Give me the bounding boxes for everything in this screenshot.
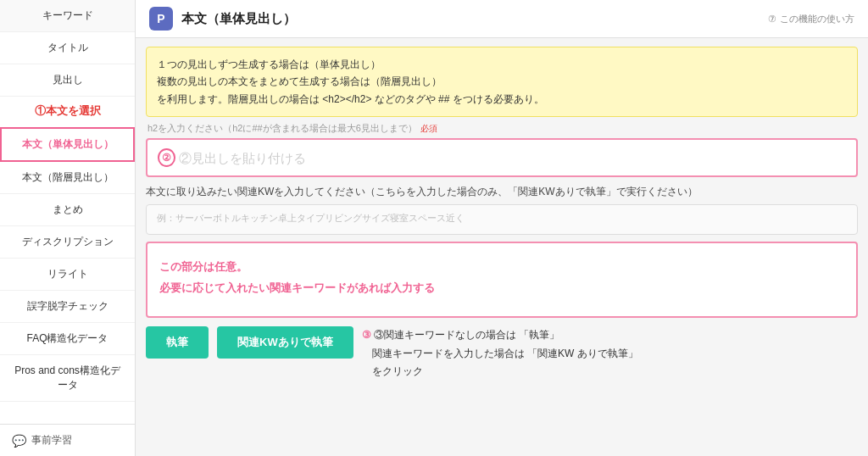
- step3-circle: ③: [362, 329, 371, 341]
- optional-line2: 必要に応じて入れたい関連キーワードがあれば入力する: [159, 278, 844, 299]
- sidebar-item-keyword[interactable]: キーワード: [0, 0, 135, 32]
- sidebar-item-honbun-single[interactable]: 本文（単体見出し）: [0, 127, 135, 162]
- main-content: P 本文（単体見出し） ⑦ この機能の使い方 １つの見出しずつ生成する場合は（単…: [136, 0, 868, 456]
- kw-label: 本文に取り込みたい関連KWを入力してください（こちらを入力した場合のみ、「関連K…: [146, 184, 858, 199]
- sidebar-item-spellcheck[interactable]: 誤字脱字チェック: [0, 291, 135, 323]
- help-link[interactable]: ⑦ この機能の使い方: [768, 13, 854, 25]
- scroll-area: h2を入力ください（h2に##が含まれる場合は最大6見出しまで） 必須 ② ②見…: [136, 122, 868, 456]
- header-left: P 本文（単体見出し）: [149, 7, 296, 31]
- page-title: 本文（単体見出し）: [181, 11, 296, 27]
- write-with-kw-button[interactable]: 関連KWありで執筆: [217, 326, 353, 359]
- buttons-row: 執筆 関連KWありで執筆 ③ ③関連キーワードなしの場合は 「執筆」 関連キーワ…: [146, 326, 858, 381]
- main-header: P 本文（単体見出し） ⑦ この機能の使い方: [136, 0, 868, 38]
- required-badge: 必須: [420, 123, 437, 135]
- sidebar-step1-label: ①本文を選択: [0, 97, 135, 127]
- step3-note: ③ ③関連キーワードなしの場合は 「執筆」 関連キーワードを入力した場合は 「関…: [362, 326, 858, 381]
- sidebar-item-description[interactable]: ディスクリプション: [0, 226, 135, 259]
- header-hint-row: h2を入力ください（h2に##が含まれる場合は最大6見出しまで） 必須: [146, 122, 858, 135]
- info-box: １つの見出しずつ生成する場合は（単体見出し） 複数の見出しの本文をまとめて生成す…: [146, 47, 858, 117]
- sidebar: キーワード タイトル 見出し ①本文を選択 本文（単体見出し） 本文（階層見出し…: [0, 0, 136, 456]
- sidebar-item-honbun-multi[interactable]: 本文（階層見出し）: [0, 162, 135, 194]
- optional-box[interactable]: この部分は任意。 必要に応じて入れたい関連キーワードがあれば入力する: [146, 242, 858, 318]
- sidebar-item-matome[interactable]: まとめ: [0, 194, 135, 226]
- step2-input[interactable]: [179, 151, 846, 165]
- step2-circle: ②: [158, 148, 175, 167]
- sidebar-item-rewrite[interactable]: リライト: [0, 259, 135, 291]
- sidebar-item-jizen-gakushu[interactable]: 💬 事前学習: [0, 424, 135, 456]
- optional-line1: この部分は任意。: [159, 257, 844, 278]
- header-icon: P: [149, 7, 173, 31]
- kw-input-area: 例：サーバーボトルキッチン卓上タイプリビングサイズ寝室スペース近く: [146, 204, 858, 235]
- sidebar-item-title[interactable]: タイトル: [0, 32, 135, 64]
- sidebar-item-faq[interactable]: FAQ構造化データ: [0, 323, 135, 355]
- step2-input-wrapper: ② ②見出しを貼り付ける: [146, 138, 858, 177]
- sidebar-item-pros-cons[interactable]: Pros and cons構造化データ: [0, 355, 135, 402]
- sidebar-item-midashi[interactable]: 見出し: [0, 64, 135, 97]
- write-button[interactable]: 執筆: [146, 326, 209, 359]
- step2-heading: ② ②見出しを貼り付ける: [158, 148, 846, 167]
- chat-icon: 💬: [12, 434, 26, 448]
